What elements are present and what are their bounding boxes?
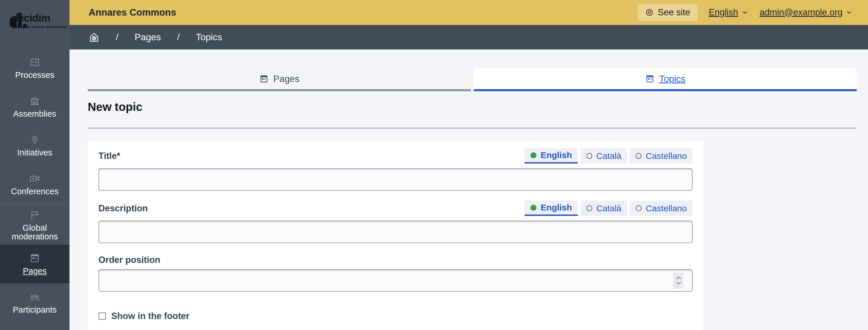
locale-tab-english[interactable]: English xyxy=(525,201,578,216)
sidebar-item-label: Processes xyxy=(13,71,56,79)
map-icon xyxy=(29,57,40,68)
tab-bar: Pages Topics xyxy=(88,50,857,91)
sidebar-item-global-moderations[interactable]: Global moderations xyxy=(0,206,69,244)
breadcrumb-separator: / xyxy=(177,32,180,42)
locale-label: Català xyxy=(596,203,622,213)
radio-icon[interactable] xyxy=(636,205,642,211)
sidebar-divider xyxy=(0,205,69,205)
sidebar-item-conferences[interactable]: Conferences xyxy=(0,165,69,204)
page-title: New topic xyxy=(88,100,857,114)
chevron-down-icon xyxy=(741,9,749,16)
description-locale-switcher: English Català Castellano xyxy=(525,201,692,216)
breadcrumb-link-pages[interactable]: Pages xyxy=(135,32,161,42)
sidebar: decidim free open-source democracy Proce… xyxy=(0,0,69,330)
sidebar-item-initiatives[interactable]: Initiatives xyxy=(0,126,69,165)
sidebar-item-participants[interactable]: Participants xyxy=(0,284,69,322)
tab-topics[interactable]: Topics xyxy=(474,68,857,91)
title-locale-switcher: English Català Castellano xyxy=(525,148,692,164)
description-input[interactable] xyxy=(98,221,692,243)
see-site-button[interactable]: See site xyxy=(638,4,698,21)
number-stepper xyxy=(674,273,684,289)
breadcrumb-link-topics[interactable]: Topics xyxy=(196,32,222,42)
chevron-down-icon xyxy=(676,282,682,285)
new-topic-form: Title* English Català Castellano De xyxy=(88,141,703,330)
user-menu-dropdown[interactable]: admin@example.org xyxy=(760,7,853,18)
stepper-up-button[interactable] xyxy=(676,276,682,280)
locale-label: Castellano xyxy=(646,151,687,161)
sidebar-item-label: Participants xyxy=(11,305,59,314)
locale-tab-english[interactable]: English xyxy=(525,148,578,164)
radio-icon[interactable] xyxy=(636,153,642,159)
sidebar-item-pages[interactable]: Pages xyxy=(0,244,69,284)
language-dropdown-label: English xyxy=(709,7,738,18)
locale-tab-catala[interactable]: Català xyxy=(581,201,627,216)
locale-tab-castellano[interactable]: Castellano xyxy=(630,201,692,216)
target-icon xyxy=(645,8,654,17)
decidim-logo: decidim free open-source democracy xyxy=(9,13,65,29)
locale-label: English xyxy=(540,150,572,160)
organization-name: Annares Commons xyxy=(89,7,176,18)
order-position-input[interactable] xyxy=(98,269,692,292)
locale-label: English xyxy=(540,203,572,212)
locale-tab-catala[interactable]: Català xyxy=(581,148,627,164)
article-icon xyxy=(645,74,655,84)
locale-tab-castellano[interactable]: Castellano xyxy=(630,148,692,164)
sidebar-item-label: Initiatives xyxy=(16,148,54,157)
stepper-down-button[interactable] xyxy=(676,281,682,285)
main-content: Pages Topics New topic Title* English xyxy=(88,50,857,330)
radio-selected-icon[interactable] xyxy=(530,205,536,211)
order-position-label: Order position xyxy=(98,255,692,265)
people-icon xyxy=(29,292,40,302)
title-input[interactable] xyxy=(98,168,692,191)
bank-icon xyxy=(29,96,40,106)
show-in-footer-checkbox[interactable] xyxy=(98,312,106,320)
tab-label: Topics xyxy=(659,73,686,84)
user-email: admin@example.org xyxy=(760,7,843,18)
locale-label: Català xyxy=(596,151,622,161)
radio-selected-icon[interactable] xyxy=(530,152,536,158)
see-site-label: See site xyxy=(658,7,690,18)
sidebar-item-label: Global moderations xyxy=(0,224,69,241)
article-icon xyxy=(259,74,269,84)
top-bar: Annares Commons See site English admin@e… xyxy=(69,0,868,25)
chevron-up-icon xyxy=(676,276,682,280)
lightbulb-icon xyxy=(29,134,40,145)
sidebar-item-label: Pages xyxy=(21,267,48,275)
article-icon xyxy=(29,253,40,264)
home-gear-icon xyxy=(89,32,100,43)
radio-icon[interactable] xyxy=(586,153,592,159)
tab-pages[interactable]: Pages xyxy=(88,68,471,91)
breadcrumb: / Pages / Topics xyxy=(69,25,868,50)
show-in-footer-label: Show in the footer xyxy=(111,311,189,321)
required-mark: * xyxy=(117,151,120,161)
chevron-down-icon xyxy=(845,9,853,16)
heading-divider xyxy=(88,128,857,129)
title-label: Title* xyxy=(98,151,120,161)
sidebar-item-processes[interactable]: Processes xyxy=(0,48,69,88)
sidebar-item-label: Conferences xyxy=(9,187,60,196)
breadcrumb-home-link[interactable] xyxy=(89,32,100,43)
tab-label: Pages xyxy=(273,73,300,84)
flag-icon xyxy=(29,209,40,221)
radio-icon[interactable] xyxy=(586,205,592,211)
sidebar-menu: Processes Assemblies Initiatives Confere… xyxy=(0,48,69,322)
sidebar-item-label: Assemblies xyxy=(11,109,58,118)
description-label: Description xyxy=(98,203,148,213)
locale-label: Castellano xyxy=(646,203,687,213)
sidebar-item-assemblies[interactable]: Assemblies xyxy=(0,88,69,126)
breadcrumb-separator: / xyxy=(116,32,118,42)
video-camera-icon xyxy=(29,173,40,184)
language-dropdown[interactable]: English xyxy=(709,7,749,18)
